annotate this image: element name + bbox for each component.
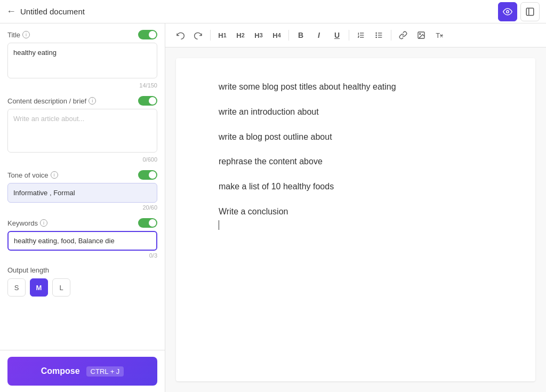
image-icon [417,31,425,39]
svg-point-11 [376,37,376,37]
tone-info-icon[interactable]: i [51,171,58,179]
eye-icon-button[interactable] [498,2,517,21]
title-field-header: Title i [7,30,157,39]
tone-field-group: Tone of voice i 20/60 [7,170,157,211]
keywords-info-icon[interactable]: i [40,219,47,227]
link-button[interactable] [396,28,411,43]
title-input[interactable]: healthy eating [7,43,157,78]
italic-button[interactable]: I [311,28,326,43]
tone-toggle[interactable] [138,170,157,180]
size-button-group: S M L [7,278,157,297]
text-cursor [219,220,219,230]
toolbar-divider-1 [210,30,211,41]
toolbar-divider-3 [349,30,349,41]
content-char-count: 0/600 [7,156,157,163]
editor-line-3: write a blog post outline about [219,130,493,145]
unordered-list-button[interactable] [372,28,387,43]
h4-button[interactable]: H4 [269,28,284,43]
underline-button[interactable]: U [330,28,344,43]
top-bar: ← Untitled document [0,0,546,23]
output-length-section: Output length S M L [7,266,157,297]
compose-button[interactable]: Compose CTRL + J [7,357,157,386]
unordered-list-icon [375,31,383,39]
output-length-label: Output length [7,266,157,274]
compose-label: Compose [41,366,80,376]
document-title: Untitled document [20,7,498,16]
editor-area: H1 H2 H3 H4 B I U [165,23,546,392]
image-button[interactable] [414,28,429,43]
h3-button[interactable]: H3 [251,28,266,43]
undo-icon [176,31,184,39]
editor-content[interactable]: write some blog post titles about health… [176,58,535,381]
h2-button[interactable]: H2 [233,28,248,43]
link-icon [399,31,407,39]
sidebar-scroll: Title i healthy eating 14/150 Content de… [0,23,165,392]
size-medium-button[interactable]: M [30,278,48,297]
keywords-field-group: Keywords i 0/3 [7,218,157,259]
toolbar: H1 H2 H3 H4 B I U [165,23,546,47]
ordered-list-icon [357,31,365,39]
undo-button[interactable] [173,28,188,43]
layout-icon-button[interactable] [520,2,540,21]
tone-label: Tone of voice i [7,171,58,179]
toolbar-divider-4 [391,30,391,41]
tone-field-header: Tone of voice i [7,170,157,180]
keywords-label: Keywords i [7,219,47,227]
title-field-group: Title i healthy eating 14/150 [7,30,157,89]
title-info-icon[interactable]: i [22,31,30,38]
content-label: Content description / brief i [7,97,96,105]
title-char-count: 14/150 [7,82,157,89]
size-large-button[interactable]: L [52,278,70,297]
redo-icon [194,31,203,39]
svg-point-0 [507,10,509,13]
content-field-header: Content description / brief i [7,96,157,106]
eye-icon [503,7,512,17]
redo-button[interactable] [191,28,206,43]
editor-line-2: write an introduction about [219,105,493,120]
svg-point-10 [376,35,376,35]
keywords-field-header: Keywords i [7,218,157,228]
content-field-group: Content description / brief i 0/600 [7,96,157,163]
main-layout: Title i healthy eating 14/150 Content de… [0,23,546,392]
clear-format-button[interactable]: Tx [432,28,447,43]
layout-icon [525,7,535,17]
content-toggle[interactable] [138,96,157,106]
editor-line-4: rephrase the content above [219,154,493,170]
svg-point-9 [376,33,376,33]
editor-line-5: make a list of 10 healthy foods [219,179,493,195]
title-toggle[interactable] [138,30,157,39]
ordered-list-button[interactable] [354,28,368,43]
top-icon-group [498,2,540,21]
compose-shortcut: CTRL + J [86,366,124,377]
editor-line-1: write some blog post titles about health… [219,79,493,95]
back-button[interactable]: ← [6,6,16,17]
compose-btn-container: Compose CTRL + J [0,350,165,392]
editor-line-6: Write a conclusion [219,204,493,220]
keywords-char-count: 0/3 [7,252,157,259]
tone-input[interactable] [7,183,157,203]
toolbar-divider-2 [288,30,289,41]
content-input[interactable] [7,109,157,153]
bold-button[interactable]: B [293,28,308,43]
svg-point-13 [420,34,421,35]
svg-rect-1 [526,8,534,15]
keywords-input[interactable] [7,231,157,251]
size-small-button[interactable]: S [7,278,26,297]
h1-button[interactable]: H1 [215,28,230,43]
content-info-icon[interactable]: i [89,97,96,105]
sidebar: Title i healthy eating 14/150 Content de… [0,23,165,392]
keywords-toggle[interactable] [138,218,157,228]
tone-char-count: 20/60 [7,204,157,211]
title-label: Title i [7,31,30,39]
back-icon: ← [6,6,16,17]
